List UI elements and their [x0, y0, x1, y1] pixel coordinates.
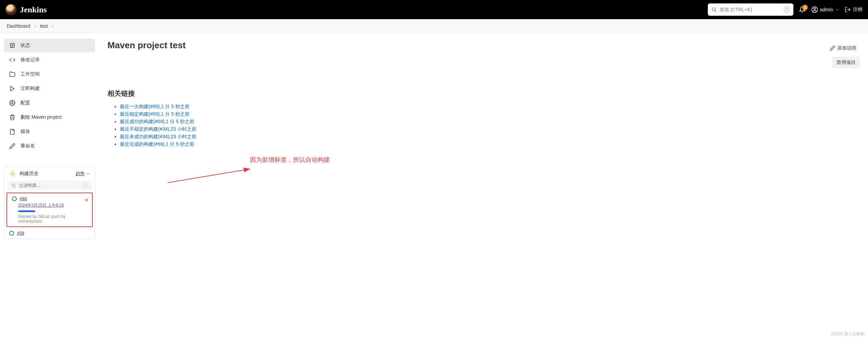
build-history-panel: 构建历史 趋势 / #60 ✕ 2024年3月15日 上午8:24 — [4, 167, 95, 239]
folder-icon — [9, 71, 16, 78]
sidebar: 状态 修改记录 工作空间 立即构建 配置 删除 Maven project 模块 — [0, 33, 99, 244]
status-icon — [9, 42, 16, 49]
sidebar-item-workspace[interactable]: 工作空间 — [4, 67, 95, 81]
search-icon — [711, 7, 717, 12]
main-content: Maven project test 添加说明 禁用项目 相关链接 最近一次构建… — [99, 33, 868, 244]
play-icon — [9, 85, 16, 92]
edit-icon — [830, 45, 835, 51]
svg-line-14 — [11, 172, 11, 172]
action-row-2: 禁用项目 — [107, 57, 860, 68]
username-label: admin — [820, 7, 833, 12]
trash-icon — [9, 114, 16, 121]
user-icon — [811, 6, 818, 13]
list-item: 最近未成功的构建(#34),23 小时之前 — [120, 134, 860, 140]
svg-point-10 — [12, 102, 13, 104]
sun-icon — [9, 170, 16, 177]
logout-label: 注销 — [853, 6, 863, 13]
build-progress-bar — [18, 210, 35, 212]
slash-hint: / — [83, 183, 88, 188]
chevron-right-icon: › — [52, 23, 54, 29]
list-item: 最近完成的构建(#59),1 分 5 秒之前 — [120, 141, 860, 147]
logout-button[interactable]: 注销 — [845, 6, 863, 13]
search-box[interactable]: ? — [708, 3, 793, 16]
link-last-build[interactable]: 最近一次构建(#59),1 分 5 秒之前 — [120, 104, 190, 109]
search-icon — [11, 183, 16, 188]
svg-line-23 — [168, 169, 250, 183]
annotation-arrow — [164, 167, 253, 184]
sidebar-item-label: 工作空间 — [21, 71, 40, 77]
search-help-icon[interactable]: ? — [784, 6, 790, 13]
action-row: 添加说明 — [107, 43, 860, 53]
svg-line-18 — [11, 175, 11, 176]
sidebar-item-label: 修改记录 — [21, 57, 40, 63]
chevron-right-icon: › — [35, 23, 36, 29]
sidebar-item-rename[interactable]: 重命名 — [4, 139, 95, 153]
sidebar-item-build-now[interactable]: 立即构建 — [4, 82, 95, 95]
build-history-header: 构建历史 趋势 — [4, 167, 95, 181]
sidebar-item-label: 重命名 — [21, 143, 35, 149]
chevron-down-icon — [86, 172, 90, 176]
jenkins-logo-text[interactable]: Jenkins — [20, 5, 47, 14]
link-last-completed[interactable]: 最近完成的构建(#59),1 分 5 秒之前 — [120, 141, 194, 147]
sidebar-item-label: 配置 — [21, 100, 30, 106]
breadcrumb-dashboard[interactable]: Dashboard — [7, 23, 30, 29]
svg-point-3 — [814, 8, 815, 10]
top-header: Jenkins ? 1 admin 注销 — [0, 0, 868, 19]
cancel-build-icon[interactable]: ✕ — [85, 197, 89, 203]
user-menu[interactable]: admin — [811, 6, 839, 13]
chevron-down-icon — [835, 8, 839, 12]
sidebar-item-label: 立即构建 — [21, 86, 40, 92]
sidebar-item-modules[interactable]: 模块 — [4, 125, 95, 139]
build-date[interactable]: 2024年3月15日 上午8:24 — [18, 203, 87, 208]
related-links-list: 最近一次构建(#59),1 分 5 秒之前 最近稳定构建(#59),1 分 5 … — [120, 104, 860, 147]
list-item: 最近成功的构建(#59),1 分 5 秒之前 — [120, 119, 860, 125]
header-right: ? 1 admin 注销 — [708, 3, 863, 16]
sidebar-item-configure[interactable]: 配置 — [4, 96, 95, 110]
add-description-button[interactable]: 添加说明 — [826, 43, 860, 53]
document-icon — [9, 128, 16, 135]
header-left: Jenkins — [5, 4, 47, 15]
build-status-running-icon — [12, 196, 17, 201]
svg-line-19 — [14, 172, 15, 172]
link-last-success[interactable]: 最近成功的构建(#59),1 分 5 秒之前 — [120, 119, 194, 124]
list-item: 最近一次构建(#59),1 分 5 秒之前 — [120, 104, 860, 110]
build-number[interactable]: #60 — [20, 196, 27, 201]
notification-bell[interactable]: 1 — [799, 6, 806, 13]
breadcrumb-test[interactable]: test — [40, 23, 48, 29]
related-links-title: 相关链接 — [107, 89, 860, 98]
svg-point-0 — [712, 8, 715, 11]
breadcrumb: Dashboard › test › — [0, 19, 868, 33]
build-filter-box[interactable]: / — [7, 181, 92, 190]
list-item: 最近稳定构建(#59),1 分 5 秒之前 — [120, 111, 860, 117]
jenkins-logo-icon[interactable] — [5, 4, 16, 15]
svg-point-20 — [12, 184, 15, 186]
sidebar-item-changes[interactable]: 修改记录 — [4, 53, 95, 67]
logout-icon — [845, 6, 851, 13]
disable-project-button[interactable]: 禁用项目 — [832, 57, 860, 68]
svg-marker-9 — [11, 86, 14, 91]
svg-line-15 — [14, 175, 15, 176]
sidebar-item-label: 模块 — [21, 129, 30, 135]
build-item-59[interactable]: #59 — [4, 228, 95, 238]
svg-line-21 — [15, 186, 16, 187]
link-last-stable[interactable]: 最近稳定构建(#59),1 分 5 秒之前 — [120, 111, 190, 117]
build-number[interactable]: #59 — [17, 231, 24, 236]
list-item: 最近不稳定的构建(#34),23 小时之前 — [120, 126, 860, 132]
build-history-title: 构建历史 — [20, 171, 39, 177]
build-item-60[interactable]: #60 ✕ 2024年3月15日 上午8:24 Started by GitLa… — [7, 193, 93, 227]
sidebar-item-status[interactable]: 状态 — [4, 39, 95, 52]
notification-badge: 1 — [802, 5, 808, 10]
annotation-text: 因为新增标签，所以自动构建 — [250, 156, 330, 164]
build-cause: Started by GitLab push by Administrator — [18, 214, 87, 224]
sidebar-item-delete[interactable]: 删除 Maven project — [4, 110, 95, 124]
sidebar-item-label: 状态 — [21, 42, 30, 49]
sidebar-item-label: 删除 Maven project — [21, 114, 62, 120]
changes-icon — [9, 56, 16, 63]
build-filter-input[interactable] — [19, 183, 80, 188]
link-last-unsuccessful[interactable]: 最近未成功的构建(#34),23 小时之前 — [120, 134, 196, 139]
search-input[interactable] — [719, 7, 781, 12]
build-history-title-row: 构建历史 — [9, 170, 39, 177]
build-history-trend[interactable]: 趋势 — [76, 171, 90, 177]
link-last-unstable[interactable]: 最近不稳定的构建(#34),23 小时之前 — [120, 126, 196, 132]
edit-icon — [9, 143, 16, 149]
